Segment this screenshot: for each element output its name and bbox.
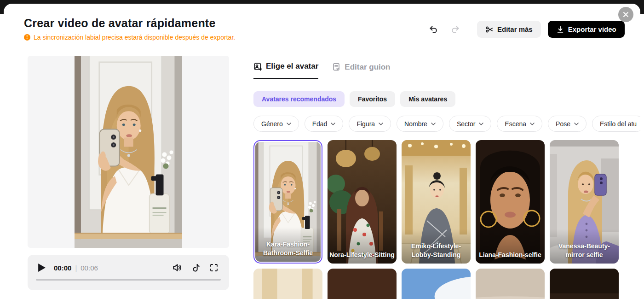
choose-avatar-icon bbox=[253, 62, 262, 71]
avatar-image bbox=[328, 269, 397, 299]
filter-pose[interactable]: Pose bbox=[548, 116, 586, 132]
category-chips: Avatares recomendados Favoritos Mis avat… bbox=[253, 91, 455, 107]
filter-sector[interactable]: Sector bbox=[449, 116, 491, 132]
preview-image bbox=[75, 56, 182, 248]
volume-icon bbox=[172, 263, 182, 273]
chevron-down-icon bbox=[431, 123, 436, 125]
chevron-down-icon bbox=[530, 123, 535, 125]
chevron-down-icon bbox=[479, 123, 483, 125]
warning-icon: ! bbox=[24, 34, 30, 41]
time-separator: | bbox=[75, 264, 77, 272]
player-bar: 00:00 | 00:06 bbox=[28, 255, 229, 290]
time-display: 00:00 | 00:06 bbox=[54, 264, 98, 272]
tabs: Elige el avatar Editar guion bbox=[253, 62, 391, 79]
close-button[interactable] bbox=[618, 7, 633, 22]
avatar-image bbox=[550, 269, 619, 299]
chevron-down-icon bbox=[287, 123, 291, 125]
filter-scene[interactable]: Escena bbox=[497, 116, 542, 132]
tab-edit-script[interactable]: Editar guion bbox=[332, 62, 390, 79]
chevron-down-icon bbox=[574, 123, 579, 125]
avatar-card-nora[interactable]: Nora-Lifestyle-Sitting bbox=[328, 140, 397, 264]
avatar-name: Vanessa-Beauty-mirror selfie bbox=[552, 242, 617, 259]
avatar-card[interactable] bbox=[402, 269, 471, 299]
play-button[interactable] bbox=[37, 263, 47, 273]
tiktok-icon bbox=[191, 263, 201, 273]
duration: 00:06 bbox=[80, 264, 98, 272]
chevron-down-icon bbox=[331, 123, 335, 125]
close-icon bbox=[622, 11, 629, 18]
filter-name[interactable]: Nombre bbox=[397, 116, 443, 132]
tiktok-button[interactable] bbox=[190, 262, 201, 274]
warning-banner: ! La sincronización labial precisa estar… bbox=[24, 34, 235, 41]
tab-choose-avatar-label: Elige el avatar bbox=[266, 62, 318, 71]
avatar-card[interactable] bbox=[476, 269, 545, 299]
play-icon bbox=[38, 264, 46, 272]
tab-edit-script-label: Editar guion bbox=[345, 63, 390, 72]
chevron-down-icon bbox=[379, 123, 383, 125]
filter-outfit-style[interactable]: Estilo del atu bbox=[592, 116, 640, 132]
fullscreen-button[interactable] bbox=[208, 262, 220, 274]
page-title: Crear video de avatar rápidamente bbox=[24, 17, 216, 30]
progress-bar[interactable] bbox=[36, 279, 221, 281]
chip-recommended-avatars[interactable]: Avatares recomendados bbox=[253, 91, 345, 107]
avatar-image bbox=[402, 269, 471, 299]
avatar-card[interactable] bbox=[328, 269, 397, 299]
chip-my-avatars[interactable]: Mis avatares bbox=[400, 91, 455, 107]
video-preview bbox=[28, 56, 229, 248]
avatar-image bbox=[476, 269, 545, 299]
create-avatar-video-modal: Crear video de avatar rápidamente ! La s… bbox=[4, 4, 640, 299]
filter-figure[interactable]: Figura bbox=[349, 116, 391, 132]
page-background: Crear video de avatar rápidamente ! La s… bbox=[0, 0, 644, 299]
avatar-card-vanessa[interactable]: Vanessa-Beauty-mirror selfie bbox=[550, 140, 619, 264]
fullscreen-icon bbox=[209, 263, 218, 272]
filter-gender[interactable]: Género bbox=[253, 116, 299, 132]
avatar-card-kara[interactable]: Kara-Fashion-Bathroom-Selfie bbox=[253, 140, 322, 264]
warning-text: La sincronización labial precisa estará … bbox=[34, 34, 235, 41]
avatar-name: Emiko-Lifestyle-Lobby-Standing bbox=[403, 242, 469, 259]
avatar-card-emiko[interactable]: Emiko-Lifestyle-Lobby-Standing bbox=[402, 140, 471, 264]
avatar-name: Kara-Fashion-Bathroom-Selfie bbox=[257, 240, 319, 258]
edit-script-icon bbox=[332, 63, 341, 71]
avatar-card-liana[interactable]: Liana-Fashion-selfie bbox=[476, 140, 545, 264]
volume-button[interactable] bbox=[171, 262, 183, 274]
chip-favorites[interactable]: Favoritos bbox=[350, 91, 395, 107]
avatar-panel: Elige el avatar Editar guion Avatares re… bbox=[250, 4, 640, 299]
avatar-image bbox=[253, 269, 322, 299]
current-time: 00:00 bbox=[54, 264, 71, 272]
tab-choose-avatar[interactable]: Elige el avatar bbox=[253, 62, 318, 79]
avatar-name: Liana-Fashion-selfie bbox=[477, 251, 543, 259]
filter-age[interactable]: Edad bbox=[305, 116, 344, 132]
avatar-card[interactable] bbox=[550, 269, 619, 299]
avatar-grid-row-1: Kara-Fashion-Bathroom-Selfie bbox=[253, 140, 619, 264]
avatar-name: Nora-Lifestyle-Sitting bbox=[329, 251, 395, 259]
avatar-card[interactable] bbox=[253, 269, 322, 299]
filter-row: Género Edad Figura Nombre Sector bbox=[253, 116, 640, 132]
avatar-grid-row-2 bbox=[253, 269, 619, 299]
